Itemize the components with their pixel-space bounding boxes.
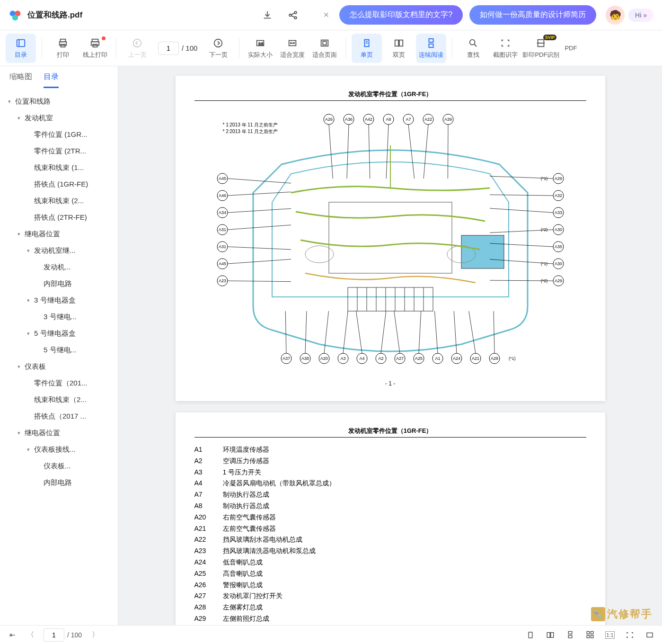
svg-rect-148 bbox=[568, 635, 572, 637]
promo-button-2[interactable]: 如何做一份高质量的设计师简历 bbox=[469, 5, 596, 25]
svg-text:A33: A33 bbox=[554, 210, 562, 215]
print-button[interactable]: 打印 bbox=[48, 34, 78, 63]
svg-point-25 bbox=[470, 39, 475, 45]
outline-item[interactable]: 零件位置 (1GR... bbox=[4, 126, 114, 143]
screenshot-ocr-button[interactable]: 截图识字 bbox=[490, 34, 521, 63]
actual-size-button[interactable]: 1:1 实际大小 bbox=[245, 34, 275, 63]
outline-item[interactable]: 零件位置 (2TR... bbox=[4, 143, 114, 160]
outline-item[interactable]: 搭铁点 (1GR-FE) bbox=[4, 176, 114, 193]
outline-item[interactable]: 3 号继电... bbox=[4, 309, 114, 325]
outline-item-label: 发动机... bbox=[44, 263, 71, 272]
fit-page-button[interactable]: 适合页面 bbox=[309, 34, 340, 63]
part-id: A7 bbox=[194, 489, 223, 501]
outline-item[interactable]: ▾仪表板 bbox=[4, 358, 114, 375]
parts-list: A1环境温度传感器A2空调压力传感器A31 号压力开关A4冷凝器风扇电动机（带鼓… bbox=[194, 444, 586, 625]
zoom-fit-icon[interactable] bbox=[625, 631, 635, 639]
tree-arrow-icon: ▾ bbox=[26, 297, 31, 304]
part-id: A3 bbox=[194, 467, 223, 478]
outline-item[interactable]: ▾发动机室 bbox=[4, 110, 114, 126]
view-single-icon[interactable] bbox=[526, 631, 535, 639]
outline-item[interactable]: 零件位置（201... bbox=[4, 375, 114, 392]
actual-size-icon: 1:1 bbox=[255, 37, 266, 49]
fit-width-button[interactable]: 适合宽度 bbox=[277, 34, 308, 63]
scan-pdf-ocr-button[interactable]: SVIP 影印PDF识别 bbox=[522, 34, 559, 63]
zoom-11-icon[interactable]: 1:1 bbox=[605, 631, 615, 639]
part-name: 高音喇叭总成 bbox=[223, 568, 263, 580]
outline-item[interactable]: ▾仪表板接线... bbox=[4, 441, 114, 458]
outline-item[interactable]: ▾5 号继电器盒 bbox=[4, 325, 114, 342]
view-continuous-icon[interactable] bbox=[565, 631, 575, 639]
outline-item-label: 3 号继电器盒 bbox=[34, 296, 76, 305]
outline-item[interactable]: ▾继电器位置 bbox=[4, 425, 114, 441]
promo-button-1[interactable]: 怎么提取影印版文档里的文字? bbox=[339, 5, 463, 25]
outline-item[interactable]: 5 号继电... bbox=[4, 342, 114, 358]
next-page-button[interactable]: 下一页 bbox=[203, 34, 233, 63]
promo-close-button[interactable]: × bbox=[320, 9, 333, 20]
svg-rect-27 bbox=[329, 202, 452, 273]
part-id: A29 bbox=[194, 613, 223, 625]
outline-item[interactable]: 内部电路 bbox=[4, 276, 114, 292]
document-viewport[interactable]: 发动机室零件位置（1GR-FE） * 1:2013 年 11 月之前生产 * 2… bbox=[118, 66, 662, 625]
find-button[interactable]: 查找 bbox=[458, 34, 488, 63]
part-id: A24 bbox=[194, 557, 223, 568]
svg-line-139 bbox=[468, 311, 475, 353]
page-number: - 1 - bbox=[194, 380, 586, 387]
next-page-footer-button[interactable]: 〉 bbox=[90, 630, 100, 639]
share-icon[interactable] bbox=[287, 9, 299, 21]
outline-item[interactable]: 仪表板... bbox=[4, 458, 114, 474]
outline-item-label: 仪表板... bbox=[44, 462, 71, 471]
hi-button[interactable]: Hi » bbox=[628, 9, 653, 22]
outline-item-label: 发动机室继... bbox=[34, 246, 76, 255]
svg-line-91 bbox=[490, 208, 553, 213]
outline-item[interactable]: ▾位置和线路 bbox=[4, 93, 114, 110]
outline-item[interactable]: ▾继电器位置 bbox=[4, 226, 114, 242]
outline-item[interactable]: 线束和线束（2... bbox=[4, 392, 114, 408]
view-continuous-double-icon[interactable] bbox=[585, 631, 595, 639]
prev-page-button[interactable]: 上一页 bbox=[122, 34, 152, 63]
svg-rect-19 bbox=[323, 41, 327, 45]
double-page-button[interactable]: 双页 bbox=[384, 34, 414, 63]
scan-pdf-ocr-label: 影印PDF识别 bbox=[522, 51, 559, 59]
outline-item[interactable]: 内部电路 bbox=[4, 474, 114, 491]
pdf-page-1: 发动机室零件位置（1GR-FE） * 1:2013 年 11 月之前生产 * 2… bbox=[176, 76, 605, 401]
screenshot-ocr-label: 截图识字 bbox=[493, 51, 518, 59]
outline-item-label: 线束和线束 (1... bbox=[34, 163, 84, 172]
tab-thumbnails[interactable]: 缩略图 bbox=[9, 72, 32, 88]
outline-item[interactable]: 线束和线束 (1... bbox=[4, 160, 114, 176]
svg-text:A39: A39 bbox=[444, 117, 451, 122]
svip-badge-icon: SVIP bbox=[543, 35, 557, 40]
outline-item[interactable]: ▾3 号继电器盒 bbox=[4, 292, 114, 309]
svg-text:A32: A32 bbox=[554, 193, 562, 198]
first-page-button[interactable]: ⇤ bbox=[8, 631, 17, 639]
outline-item[interactable]: 线束和线束 (2... bbox=[4, 193, 114, 209]
outline-item[interactable]: 搭铁点 (2TR-FE) bbox=[4, 209, 114, 226]
svg-text:(*1): (*1) bbox=[540, 176, 547, 181]
outline-item[interactable]: 发动机... bbox=[4, 259, 114, 276]
outline-tree[interactable]: ▾位置和线路▾发动机室零件位置 (1GR...零件位置 (2TR...线束和线束… bbox=[0, 89, 118, 625]
online-print-button[interactable]: 线上打印 bbox=[80, 34, 110, 63]
tab-outline[interactable]: 目录 bbox=[44, 72, 59, 88]
single-page-button[interactable]: 单页 bbox=[352, 34, 382, 63]
download-icon[interactable] bbox=[261, 9, 274, 21]
zoom-width-icon[interactable] bbox=[645, 631, 654, 639]
user-avatar-icon[interactable]: 🧒 bbox=[606, 6, 625, 25]
prev-page-footer-button[interactable]: 〈 bbox=[26, 630, 35, 639]
outline-item[interactable]: 搭铁点（2017 ... bbox=[4, 408, 114, 425]
svg-text:A26: A26 bbox=[325, 117, 332, 122]
fit-page-label: 适合页面 bbox=[312, 51, 337, 59]
watermark-text: 汽修帮手 bbox=[607, 607, 653, 621]
continuous-button[interactable]: 连续阅读 bbox=[416, 34, 446, 63]
view-double-icon[interactable] bbox=[546, 631, 555, 639]
outline-item[interactable]: ▾发动机室继... bbox=[4, 242, 114, 259]
footer-page-input[interactable] bbox=[44, 628, 64, 642]
pdf-convert-button[interactable]: PDF bbox=[561, 34, 580, 63]
catalog-button[interactable]: 目录 bbox=[6, 34, 36, 63]
svg-text:A38: A38 bbox=[301, 356, 309, 361]
page-number-input[interactable] bbox=[158, 42, 179, 55]
parts-row: A24低音喇叭总成 bbox=[194, 557, 586, 568]
app-header: 位置和线路.pdf × 怎么提取影印版文档里的文字? 如何做一份高质量的设计师简… bbox=[0, 0, 662, 30]
find-label: 查找 bbox=[467, 51, 479, 59]
tree-arrow-icon: ▾ bbox=[26, 248, 31, 254]
svg-rect-22 bbox=[399, 40, 403, 46]
outline-item-label: 搭铁点 (1GR-FE) bbox=[34, 180, 88, 189]
